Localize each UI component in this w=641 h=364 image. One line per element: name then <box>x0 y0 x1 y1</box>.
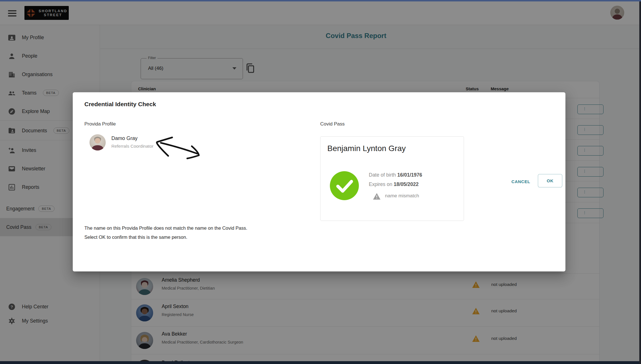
covid-pass-heading: Covid Pass <box>320 121 345 127</box>
ok-button[interactable]: OK <box>538 174 562 187</box>
hand-drawn-arrow-icon <box>149 132 209 163</box>
dob-line: Date of birth 16/01/1976 <box>369 172 422 178</box>
cancel-button[interactable]: CANCEL <box>508 176 534 187</box>
name-mismatch-label: name mismatch <box>385 193 419 199</box>
dialog-body-text: The name on this Provida Profile does no… <box>84 223 247 242</box>
covid-pass-card: Benjamin Lynton Gray Date of birth 16/01… <box>320 136 464 221</box>
covid-pass-name: Benjamin Lynton Gray <box>327 144 406 153</box>
profile-avatar <box>90 134 106 150</box>
expires-label: Expires on <box>369 181 392 187</box>
dob-value: 16/01/1976 <box>397 172 422 178</box>
dialog-title: Credential Identity Check <box>84 101 156 108</box>
window-right-edge <box>639 1 641 364</box>
dob-label: Date of birth <box>369 172 396 178</box>
profile-role: Referrals Coordinator <box>111 144 153 149</box>
profile-name: Damo Gray <box>111 135 138 141</box>
window-bottom-bar <box>0 361 641 364</box>
dialog-body-line1: The name on this Provida Profile does no… <box>84 223 247 233</box>
expires-line: Expires on 18/05/2022 <box>369 181 419 187</box>
warning-icon <box>373 193 381 200</box>
credential-identity-check-dialog: Credential Identity Check Provida Profil… <box>73 92 565 271</box>
valid-check-icon <box>330 171 359 200</box>
dialog-body-line2: Select OK to confirm that this is the sa… <box>84 233 247 242</box>
provida-profile-heading: Provida Profile <box>84 121 116 127</box>
expires-value: 18/05/2022 <box>394 181 419 187</box>
